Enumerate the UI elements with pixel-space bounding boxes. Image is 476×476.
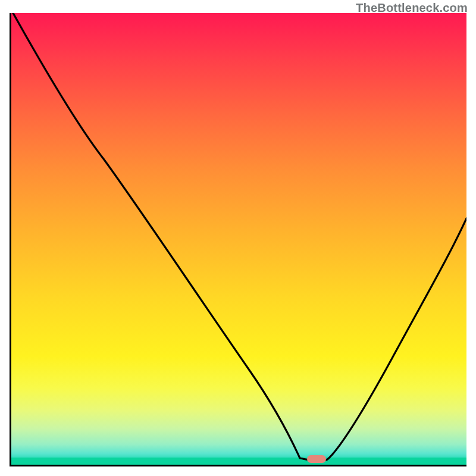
bottleneck-curve-line [13,13,466,460]
optimal-point-marker [307,455,326,463]
watermark-text: TheBottleneck.com [356,1,468,15]
chart-plot-area [10,13,466,466]
chart-curve-svg [11,13,466,465]
